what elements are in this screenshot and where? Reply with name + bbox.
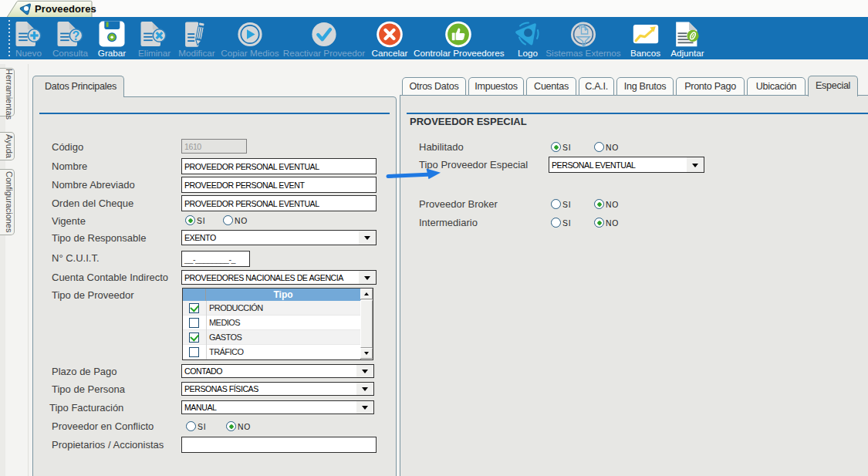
svg-text:?: ? (73, 29, 80, 42)
